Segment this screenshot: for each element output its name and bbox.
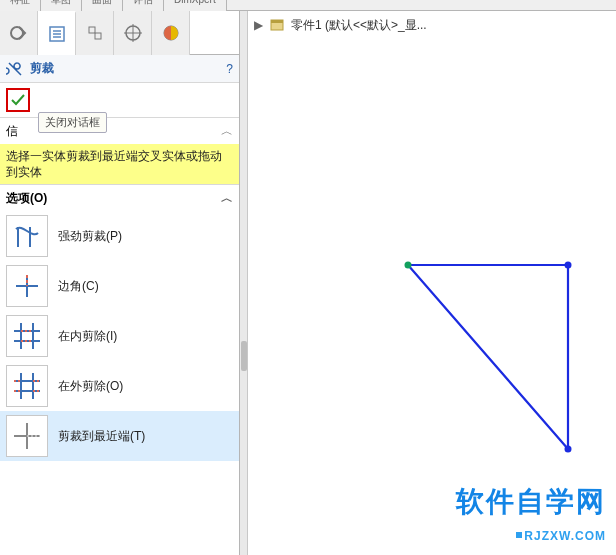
assembly-icon xyxy=(9,23,29,43)
option-power-trim[interactable]: 强劲剪裁(P) xyxy=(0,211,239,261)
top-tab[interactable]: 特征 xyxy=(0,0,41,11)
appearance-icon xyxy=(161,23,181,43)
close-dialog-tooltip: 关闭对话框 xyxy=(38,112,107,133)
list-icon xyxy=(47,24,67,44)
top-tab[interactable]: DimXpert xyxy=(164,0,227,11)
document-name: 零件1 (默认<<默认>_显... xyxy=(291,17,427,34)
svg-point-35 xyxy=(565,262,572,269)
panel-header: 剪裁 ? xyxy=(0,55,239,83)
expand-arrow-icon: ▶ xyxy=(254,18,263,32)
render-manager-tab[interactable] xyxy=(152,11,190,55)
option-trim-outside[interactable]: 在外剪除(O) xyxy=(0,361,239,411)
help-button[interactable]: ? xyxy=(226,62,233,76)
graphics-area[interactable]: ▶ 零件1 (默认<<默认>_显... 软件自学网 RJZXW.COM xyxy=(248,11,616,555)
top-tab[interactable]: 曲面 xyxy=(82,0,123,11)
power-trim-icon xyxy=(6,215,48,257)
trim-icon xyxy=(6,60,24,78)
splitter[interactable] xyxy=(240,11,248,555)
option-label: 边角(C) xyxy=(58,278,99,295)
top-tab[interactable]: 草图 xyxy=(41,0,82,11)
option-trim-nearest[interactable]: 剪裁到最近端(T) xyxy=(0,411,239,461)
splitter-handle-icon xyxy=(241,341,247,371)
svg-point-36 xyxy=(565,446,572,453)
option-label: 在外剪除(O) xyxy=(58,378,123,395)
config-icon xyxy=(85,23,105,43)
options-section: 选项(O) ︿ 强劲剪裁(P) 边角(C) 在内剪除(I) 在外剪除(O) 剪裁… xyxy=(0,184,239,461)
svg-rect-33 xyxy=(271,20,283,23)
trim-inside-icon xyxy=(6,315,48,357)
watermark-text: 软件自学网 xyxy=(456,483,606,521)
options-header[interactable]: 选项(O) ︿ xyxy=(0,185,239,211)
option-trim-inside[interactable]: 在内剪除(I) xyxy=(0,311,239,361)
corner-icon xyxy=(6,265,48,307)
feature-tree-flyout[interactable]: ▶ 零件1 (默认<<默认>_显... xyxy=(248,11,616,39)
option-label: 强劲剪裁(P) xyxy=(58,228,122,245)
option-corner[interactable]: 边角(C) xyxy=(0,261,239,311)
property-panel: 剪裁 ? 信 关闭对话框 ︿ 选择一实体剪裁到最近端交叉实体或拖动到实体 选项(… xyxy=(0,11,240,555)
top-tab[interactable]: 评估 xyxy=(123,0,164,11)
message-section: 信 关闭对话框 ︿ 选择一实体剪裁到最近端交叉实体或拖动到实体 xyxy=(0,117,239,184)
watermark-url: RJZXW.COM xyxy=(514,524,606,545)
panel-title: 剪裁 xyxy=(30,60,54,77)
property-manager-tab[interactable] xyxy=(38,11,76,55)
option-label: 剪裁到最近端(T) xyxy=(58,428,145,445)
ok-button[interactable] xyxy=(6,88,30,112)
dimxpert-manager-tab[interactable] xyxy=(114,11,152,55)
hint-message: 选择一实体剪裁到最近端交叉实体或拖动到实体 xyxy=(0,144,239,184)
svg-point-34 xyxy=(405,262,412,269)
chevron-up-icon: ︿ xyxy=(221,123,233,140)
message-header[interactable]: 信 关闭对话框 ︿ xyxy=(0,118,239,144)
feature-manager-tab[interactable] xyxy=(0,11,38,55)
config-manager-tab[interactable] xyxy=(76,11,114,55)
check-icon xyxy=(10,92,26,108)
sketch-triangle xyxy=(248,39,616,539)
chevron-up-icon: ︿ xyxy=(221,190,233,207)
target-icon xyxy=(123,23,143,43)
message-head-label: 信 xyxy=(6,123,18,140)
manager-tab-strip xyxy=(0,11,239,55)
svg-rect-5 xyxy=(95,33,101,39)
confirm-row xyxy=(0,83,239,117)
part-icon xyxy=(269,17,285,33)
option-label: 在内剪除(I) xyxy=(58,328,117,345)
top-tab-strip: 特征 草图 曲面 评估 DimXpert xyxy=(0,0,616,11)
svg-rect-4 xyxy=(89,27,95,33)
options-title: 选项(O) xyxy=(6,190,47,207)
trim-nearest-icon xyxy=(6,415,48,457)
trim-outside-icon xyxy=(6,365,48,407)
